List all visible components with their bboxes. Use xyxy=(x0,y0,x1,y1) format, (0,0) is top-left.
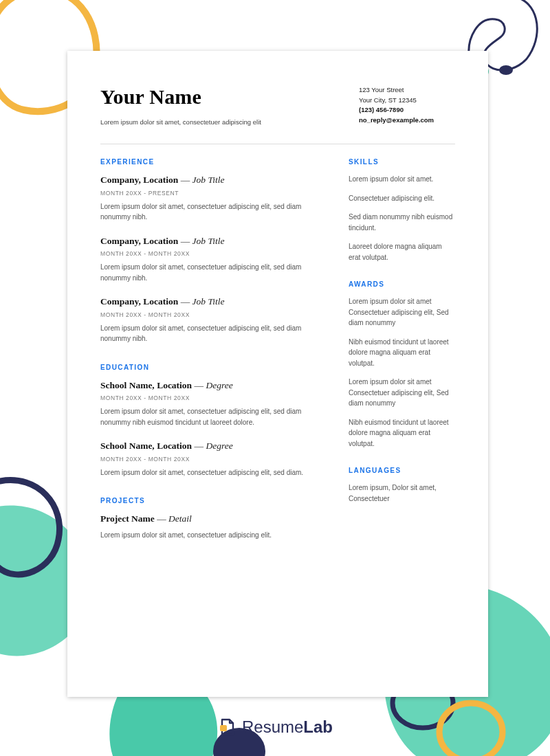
brand-logo: ResumeLab xyxy=(217,718,333,737)
body-text: Lorem ipsum dolor sit amet, consectetuer… xyxy=(100,406,327,427)
awards-item: Nibh euismod tincidunt ut laoreet dolore… xyxy=(349,337,455,369)
role-text: Job Title xyxy=(192,175,225,185)
role-text: Job Title xyxy=(192,236,225,246)
experience-entry: Company, Location — Job Title MONTH 20XX… xyxy=(100,235,327,284)
header-divider xyxy=(100,144,455,144)
resume-page: Your Name Lorem ipsum dolor sit amet, co… xyxy=(67,51,488,697)
project-entry: Project Name — Detail Lorem ipsum dolor … xyxy=(100,513,327,540)
bg-blob-yellow-ring-bottom xyxy=(430,691,512,756)
dates-text: MONTH 20XX - MONTH 20XX xyxy=(100,456,327,463)
bg-blob-navy-stroke xyxy=(0,474,72,584)
section-title-projects: PROJECTS xyxy=(100,497,327,504)
contact-block: 123 Your Street Your City, ST 12345 (123… xyxy=(359,85,455,126)
location-text: Location xyxy=(157,380,192,390)
education-entry: School Name, Location — Degree MONTH 20X… xyxy=(100,379,327,428)
company-text: Company, xyxy=(100,175,141,185)
resume-header: Your Name Lorem ipsum dolor sit amet, co… xyxy=(100,85,455,126)
svg-rect-5 xyxy=(220,725,227,731)
svg-point-4 xyxy=(439,703,503,756)
location-text: Location xyxy=(157,441,192,451)
address-line-2: Your City, ST 12345 xyxy=(359,96,455,106)
degree-text: Degree xyxy=(206,441,232,451)
body-text: Lorem ipsum dolor sit amet, consectetuer… xyxy=(100,262,327,283)
dates-text: MONTH 20XX - PRESENT xyxy=(100,190,327,197)
project-detail-text: Detail xyxy=(168,513,192,524)
dates-text: MONTH 20XX - MONTH 20XX xyxy=(100,250,327,257)
company-text: Company, xyxy=(100,236,141,246)
brand-text-1: Resume xyxy=(242,718,303,736)
section-title-skills: SKILLS xyxy=(349,158,455,166)
main-column: EXPERIENCE Company, Location — Job Title… xyxy=(100,158,327,553)
body-text: Lorem ipsum dolor sit amet, consectetuer… xyxy=(100,467,327,478)
skills-item: Lorem ipsum dolor sit amet. xyxy=(349,174,455,185)
name-heading: Your Name xyxy=(100,85,261,109)
subtitle-text: Lorem ipsum dolor sit amet, consectetuer… xyxy=(100,118,261,126)
location-text: Location xyxy=(143,236,178,246)
location-text: Location xyxy=(143,175,178,185)
body-text: Lorem ipsum dolor sit amet, consectetuer… xyxy=(100,201,327,223)
skills-item: Laoreet dolore magna aliquam erat volutp… xyxy=(349,241,455,263)
experience-entry: Company, Location — Job Title MONTH 20XX… xyxy=(100,296,327,344)
awards-item: Lorem ipsum dolor sit amet Consectetuer … xyxy=(349,296,455,329)
experience-entry: Company, Location — Job Title MONTH 20XX… xyxy=(100,174,327,223)
section-title-experience: EXPERIENCE xyxy=(100,158,327,166)
school-text: School Name, xyxy=(100,441,155,451)
school-text: School Name, xyxy=(100,380,155,390)
company-text: Company, xyxy=(100,296,141,307)
address-line-1: 123 Your Street xyxy=(359,85,455,96)
side-column: SKILLS Lorem ipsum dolor sit amet. Conse… xyxy=(349,158,455,553)
project-name-text: Project Name xyxy=(100,513,155,524)
skills-item: Consectetuer adipiscing elit. xyxy=(349,193,455,204)
section-title-awards: AWARDS xyxy=(349,280,455,288)
dates-text: MONTH 20XX - MONTH 20XX xyxy=(100,394,327,401)
dates-text: MONTH 20XX - MONTH 20XX xyxy=(100,311,327,318)
body-text: Lorem ipsum dolor sit amet, consectetuer… xyxy=(100,530,327,541)
section-title-education: EDUCATION xyxy=(100,364,327,371)
awards-item: Lorem ipsum dolor sit amet Consectetuer … xyxy=(349,377,455,409)
svg-point-0 xyxy=(499,65,513,75)
awards-item: Nibh euismod tincidunt ut laoreet dolore… xyxy=(349,417,455,449)
education-entry: School Name, Location — Degree MONTH 20X… xyxy=(100,440,327,478)
location-text: Location xyxy=(143,296,178,307)
body-text: Lorem ipsum dolor sit amet, consectetuer… xyxy=(100,323,327,344)
phone-text: (123) 456-7890 xyxy=(359,105,455,115)
role-text: Job Title xyxy=(192,296,225,307)
brand-icon xyxy=(217,718,236,737)
degree-text: Degree xyxy=(206,380,232,390)
email-text: no_reply@example.com xyxy=(359,115,455,126)
skills-item: Sed diam nonummy nibh euismod tincidunt. xyxy=(349,212,455,233)
section-title-languages: LANGUAGES xyxy=(349,467,455,474)
languages-item: Lorem ipsum, Dolor sit amet, Consectetue… xyxy=(349,482,455,504)
brand-text-2: Lab xyxy=(303,718,333,736)
